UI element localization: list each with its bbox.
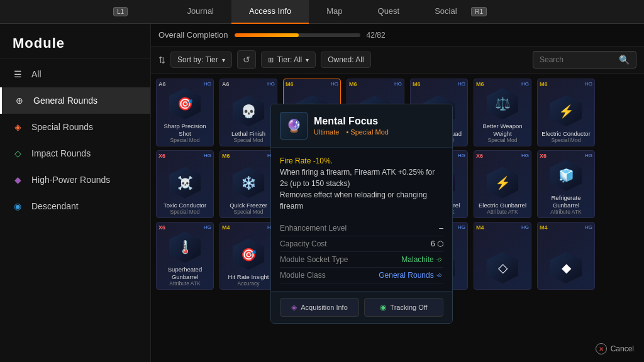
completion-fill	[235, 33, 299, 37]
stat-socket-label: Module Socket Type	[280, 255, 348, 264]
module-icon: ◆	[562, 260, 571, 275]
rank-badge: M6	[540, 81, 548, 87]
sidebar-item-highpower[interactable]: ◆ High-Power Rounds	[0, 167, 150, 193]
rank-badge: M4	[476, 224, 484, 231]
nav-journal[interactable]: Journal	[169, 0, 231, 24]
tooltip-firerate: Fire Rate -10%.	[280, 156, 333, 165]
rank-badge: A6	[222, 81, 230, 87]
rank-badge: A6	[158, 81, 166, 87]
tooltip-name: Mental Focus	[314, 116, 399, 127]
rank-badge: X6	[540, 153, 547, 159]
rank-badge: M4	[222, 224, 230, 231]
card-corner-tr: HG	[521, 224, 529, 230]
refresh-button[interactable]: ↺	[237, 50, 256, 69]
acquisition-btn[interactable]: ◈ Acquisition Info	[280, 298, 359, 317]
module-name: Sharp Precision Shot	[157, 123, 213, 137]
sidebar-item-general[interactable]: ⊕ General Rounds	[0, 87, 150, 114]
card-corner-tr: HG	[458, 224, 465, 230]
sidebar-item-highpower-label: High-Power Rounds	[31, 175, 110, 185]
tracking-icon: ◉	[380, 303, 386, 312]
stat-enhancement-label: Enhancement Level	[280, 224, 347, 233]
module-icon-area: ☠️	[169, 167, 201, 199]
module-card[interactable]: X6 HG ⚡ Electric Gunbarrel Attribute ATK	[474, 150, 531, 218]
card-corner-tr: HG	[204, 224, 211, 230]
sidebar-item-special[interactable]: ◈ Special Rounds	[0, 114, 150, 140]
search-icon: 🔍	[619, 55, 630, 65]
sidebar-item-impact[interactable]: ◇ Impact Rounds	[0, 140, 150, 167]
search-input[interactable]	[540, 55, 615, 64]
sort-dropdown[interactable]: Sort by: Tier ▾	[170, 52, 232, 68]
tooltip-title-block: Mental Focus Ultimate • Special Mod	[314, 116, 399, 136]
cancel-icon: ✕	[596, 343, 607, 354]
nav-map[interactable]: Map	[309, 0, 360, 24]
module-card[interactable]: M6 HG ❄️ Quick Freezer Special Mod	[219, 150, 277, 218]
sidebar-item-special-label: Special Rounds	[31, 122, 93, 132]
owned-dropdown[interactable]: Owned: All	[321, 52, 370, 68]
search-box[interactable]: 🔍	[533, 51, 636, 69]
module-name: Better Weapon Weight	[474, 123, 531, 137]
nav-access-info[interactable]: Access Info	[231, 0, 309, 24]
card-corner-tr: HG	[458, 81, 465, 87]
completion-bar: Overall Completion 42/82	[151, 24, 644, 47]
module-icon: ⚖️	[495, 96, 511, 111]
module-icon-area: 💀	[232, 95, 265, 128]
module-icon-area: 🌡️	[169, 231, 201, 263]
module-icon: ⚡	[558, 104, 574, 119]
module-card[interactable]: X6 HG ☠️ Toxic Conductor Special Mod	[156, 150, 214, 218]
module-card[interactable]: A6 HG 🎯 Sharp Precision Shot Special Mod	[156, 79, 214, 146]
nav-quest[interactable]: Quest	[360, 0, 418, 24]
module-hex: 🎯	[169, 88, 201, 119]
acquisition-label: Acquisition Info	[301, 304, 348, 311]
module-card[interactable]: A6 HG 💀 Lethal Finish Special Mod	[219, 79, 277, 146]
sidebar-item-all-label: All	[31, 69, 42, 79]
module-icon: 🎯	[241, 247, 257, 262]
module-card[interactable]: M4 HG ◇	[474, 222, 531, 290]
module-name: Quick Freezer	[227, 202, 270, 209]
tracking-btn[interactable]: ◉ Tracking Off	[364, 298, 443, 317]
stat-capacity-value: 6 ⬡	[431, 239, 443, 248]
module-card[interactable]: X6 HG 🌡️ Superheated Gunbarrel Attribute…	[156, 222, 214, 290]
descendant-icon: ◉	[11, 200, 24, 212]
nav-social[interactable]: Social	[417, 0, 474, 24]
stat-socket-value: Malachite ꩜	[401, 255, 443, 264]
rank-badge: M6	[476, 81, 484, 87]
tooltip-subtitle: Ultimate • Special Mod	[314, 128, 399, 136]
module-icon-area: 🧊	[550, 159, 582, 192]
module-card[interactable]: X6 HG 🧊 Refrigerate Gunbarrel Attribute …	[537, 150, 595, 218]
sidebar-item-descendant[interactable]: ◉ Descendant	[0, 193, 150, 219]
card-rank-tl: A6	[222, 81, 230, 87]
module-hex: 🌡️	[169, 231, 201, 263]
module-icon-area: ⚡	[550, 95, 582, 128]
module-icon: ◇	[498, 260, 508, 275]
sort-icon: ⇅	[158, 55, 165, 65]
rank-badge: M4	[540, 224, 548, 231]
card-corner-tr: HG	[585, 224, 592, 230]
module-card[interactable]: M4 HG 🎯 Hit Rate Insight Accuracy	[219, 222, 277, 290]
module-name: Electric Conductor	[539, 130, 593, 137]
module-name: Superheated Gunbarrel	[157, 266, 213, 280]
tier-dropdown[interactable]: ⊞ Tier: All ▾	[261, 52, 316, 68]
module-card[interactable]: M4 HG ◆	[537, 222, 595, 290]
sort-chevron: ▾	[222, 57, 225, 63]
stat-class: Module Class General Rounds ꩜	[280, 268, 443, 283]
acquisition-icon: ◈	[291, 303, 297, 312]
stat-class-value: General Rounds ꩜	[379, 271, 443, 280]
all-icon: ☰	[11, 68, 24, 80]
module-card[interactable]: M6 HG ⚡ Electric Conductor Special Mod	[537, 79, 595, 146]
module-icon: 💀	[241, 104, 257, 119]
module-card[interactable]: M6 HG ⚖️ Better Weapon Weight Special Mo…	[474, 79, 531, 146]
stat-socket: Module Socket Type Malachite ꩜	[280, 252, 443, 268]
stat-enhancement: Enhancement Level –	[280, 221, 443, 236]
sidebar-item-all[interactable]: ☰ All	[0, 61, 150, 87]
tooltip-module-icon: 🔮	[280, 112, 308, 140]
tracking-label: Tracking Off	[390, 304, 427, 311]
tooltip-body: Fire Rate -10%. When firing a firearm, F…	[271, 148, 452, 291]
module-hex: ⚖️	[487, 88, 518, 119]
nav-items: Journal Access Info Map Quest Social	[169, 0, 474, 24]
module-type: Attribute ATK	[487, 209, 518, 215]
card-rank-tl: M6	[476, 81, 484, 87]
cancel-button[interactable]: ✕ Cancel	[596, 343, 634, 354]
l1-badge: L1	[113, 7, 128, 16]
module-type: Attribute ATK	[169, 280, 200, 287]
right-controller: R1	[471, 7, 487, 16]
